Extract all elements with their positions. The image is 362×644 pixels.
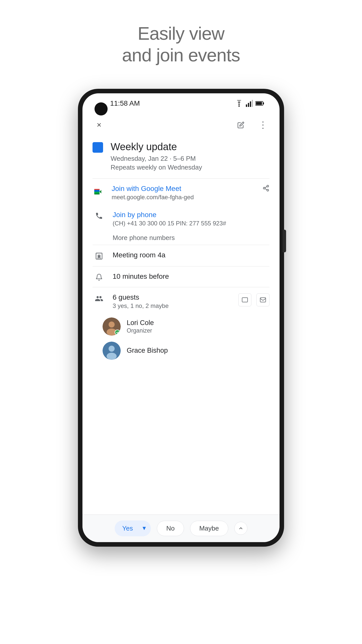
chevron-up-icon bbox=[238, 526, 243, 531]
bell-icon-svg bbox=[95, 273, 103, 281]
google-meet-icon bbox=[93, 186, 105, 198]
avatar-grace bbox=[103, 342, 121, 360]
event-color-indicator bbox=[93, 142, 103, 153]
side-button bbox=[283, 230, 286, 252]
status-icons bbox=[235, 100, 264, 107]
svg-point-22 bbox=[109, 346, 115, 352]
close-button[interactable]: × bbox=[93, 118, 106, 132]
phone-screen: 11:58 AM bbox=[82, 93, 280, 542]
svg-rect-3 bbox=[250, 101, 251, 107]
people-icon-svg bbox=[95, 294, 103, 303]
page-headline: Easily view and join events bbox=[122, 23, 240, 66]
svg-line-12 bbox=[265, 189, 267, 190]
guest-item-lori[interactable]: Lori Cole Organizer bbox=[82, 314, 280, 339]
status-time: 11:58 AM bbox=[110, 99, 140, 107]
edit-button[interactable] bbox=[234, 118, 247, 132]
rsvp-check-badge-lori bbox=[115, 330, 120, 335]
rsvp-chevron-up-button[interactable] bbox=[234, 522, 247, 535]
rsvp-no-button[interactable]: No bbox=[157, 521, 184, 536]
svg-rect-4 bbox=[252, 100, 253, 107]
share-icon bbox=[262, 185, 269, 192]
share-button[interactable] bbox=[257, 185, 269, 192]
email-icon bbox=[260, 297, 266, 303]
signal-icon bbox=[246, 100, 253, 107]
event-header: Weekly update Wednesday, Jan 22 · 5–6 PM… bbox=[82, 137, 280, 177]
more-phone-numbers[interactable]: More phone numbers bbox=[82, 232, 280, 244]
wifi-icon bbox=[235, 100, 243, 107]
svg-rect-15 bbox=[99, 256, 100, 257]
meet-row[interactable]: Join with Google Meet meet.google.com/fa… bbox=[82, 180, 280, 206]
camera-punch bbox=[95, 102, 108, 115]
phone-content: Join by phone (CH) +41 30 300 00 15 PIN:… bbox=[113, 211, 269, 227]
more-options-button[interactable]: ⋮ bbox=[256, 118, 269, 132]
meet-join-label[interactable]: Join with Google Meet bbox=[112, 185, 257, 193]
event-toolbar: × ⋮ bbox=[82, 113, 280, 137]
reminder-text: 10 minutes before bbox=[113, 272, 269, 280]
guest-name-grace: Grace Bishop bbox=[127, 347, 168, 354]
bell-icon bbox=[93, 273, 106, 281]
message-icon bbox=[242, 297, 248, 303]
rsvp-yes-label: Yes bbox=[115, 520, 140, 536]
guests-row: 6 guests 3 yes, 1 no, 2 maybe bbox=[82, 288, 280, 314]
divider-3 bbox=[93, 266, 269, 266]
status-bar: 11:58 AM bbox=[82, 93, 280, 113]
svg-point-0 bbox=[239, 105, 240, 107]
phone-shell: 11:58 AM bbox=[78, 89, 284, 547]
phone-icon-svg bbox=[95, 212, 103, 220]
rsvp-yes-button[interactable]: Yes ▼ bbox=[115, 520, 151, 536]
guest-info-grace: Grace Bishop bbox=[127, 347, 168, 354]
phone-number: (CH) +41 30 300 00 15 PIN: 277 555 923# bbox=[113, 220, 269, 227]
event-title: Weekly update bbox=[111, 141, 202, 153]
svg-point-19 bbox=[109, 321, 115, 328]
event-title-block: Weekly update Wednesday, Jan 22 · 5–6 PM… bbox=[111, 141, 202, 171]
svg-rect-7 bbox=[256, 102, 262, 105]
email-guests-button[interactable] bbox=[256, 293, 269, 306]
divider-4 bbox=[93, 287, 269, 287]
guests-count: 6 guests bbox=[113, 293, 238, 301]
guests-content: 6 guests 3 yes, 1 no, 2 maybe bbox=[113, 293, 238, 309]
svg-point-23 bbox=[107, 353, 117, 360]
room-name: Meeting room 4a bbox=[113, 251, 269, 259]
guest-info-lori: Lori Cole Organizer bbox=[127, 319, 154, 334]
svg-rect-16 bbox=[242, 298, 248, 302]
guest-role-lori: Organizer bbox=[127, 327, 154, 334]
phone-icon bbox=[93, 212, 106, 220]
rsvp-yes-dropdown-icon[interactable]: ▼ bbox=[141, 521, 151, 536]
room-icon bbox=[93, 252, 106, 260]
svg-rect-6 bbox=[263, 102, 264, 104]
guests-icon bbox=[93, 294, 106, 303]
reminder-row: 10 minutes before bbox=[82, 267, 280, 286]
divider-2 bbox=[93, 245, 269, 245]
phone-row[interactable]: Join by phone (CH) +41 30 300 00 15 PIN:… bbox=[82, 206, 280, 232]
rsvp-bar: Yes ▼ No Maybe bbox=[82, 514, 280, 542]
room-content: Meeting room 4a bbox=[113, 251, 269, 259]
room-row: Meeting room 4a bbox=[82, 246, 280, 265]
divider-1 bbox=[93, 178, 269, 179]
battery-icon bbox=[255, 101, 264, 106]
rsvp-maybe-button[interactable]: Maybe bbox=[190, 521, 228, 536]
message-guests-button[interactable] bbox=[238, 293, 251, 306]
edit-icon bbox=[237, 122, 244, 129]
svg-rect-1 bbox=[246, 104, 247, 107]
svg-line-13 bbox=[265, 186, 267, 188]
svg-rect-17 bbox=[260, 298, 266, 302]
room-icon-svg bbox=[95, 252, 103, 260]
guests-rsvp-summary: 3 yes, 1 no, 2 maybe bbox=[113, 302, 238, 309]
guests-actions bbox=[238, 293, 269, 306]
event-repeat: Repeats weekly on Wednesday bbox=[111, 164, 202, 171]
meet-content: Join with Google Meet meet.google.com/fa… bbox=[112, 185, 257, 201]
guest-item-grace[interactable]: Grace Bishop bbox=[82, 339, 280, 363]
avatar-lori bbox=[103, 317, 121, 336]
svg-rect-2 bbox=[248, 103, 249, 107]
meet-url: meet.google.com/fae-fgha-ged bbox=[112, 194, 257, 201]
phone-join-label[interactable]: Join by phone bbox=[113, 211, 269, 219]
event-datetime: Wednesday, Jan 22 · 5–6 PM bbox=[111, 155, 202, 163]
guest-name-lori: Lori Cole bbox=[127, 319, 154, 327]
reminder-content: 10 minutes before bbox=[113, 272, 269, 280]
